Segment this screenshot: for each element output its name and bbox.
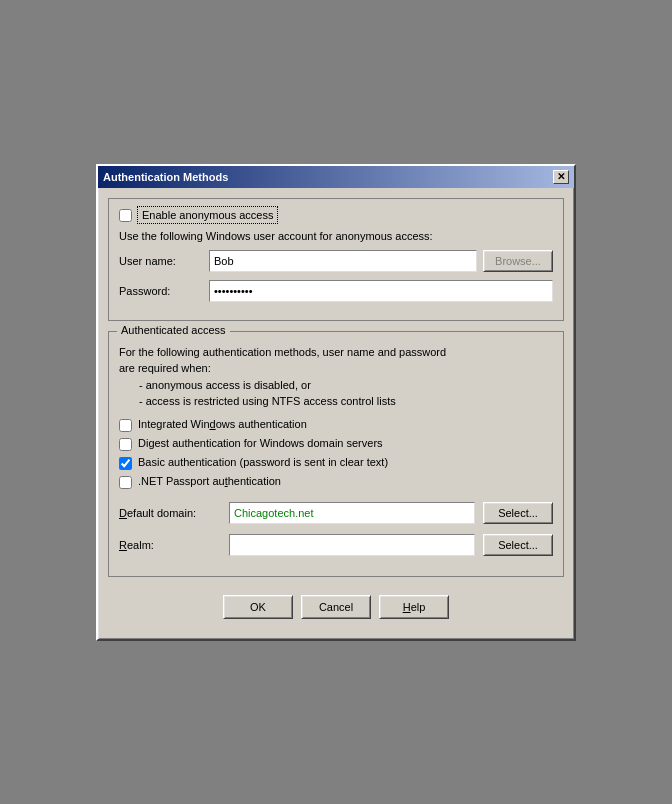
authenticated-access-section: Authenticated access For the following a…: [108, 331, 564, 577]
auth-description: For the following authentication methods…: [119, 344, 553, 410]
basic-auth-checkbox[interactable]: [119, 457, 132, 470]
enable-anonymous-checkbox[interactable]: [119, 209, 132, 222]
username-input[interactable]: [209, 250, 477, 272]
anon-label-bordered: Enable anonymous access: [137, 206, 278, 224]
realm-row: Realm: Select...: [119, 534, 553, 556]
select-realm-button[interactable]: Select...: [483, 534, 553, 556]
help-button[interactable]: Help: [379, 595, 449, 619]
default-domain-row: Default ddomain: Select...: [119, 502, 553, 524]
browse-button[interactable]: Browse...: [483, 250, 553, 272]
basic-auth-label: Basic authentication (password is sent i…: [138, 456, 388, 468]
close-button[interactable]: ✕: [553, 170, 569, 184]
integrated-windows-label: Integrated Windows authentication: [138, 418, 307, 430]
dialog-title: Authentication Methods: [103, 171, 228, 183]
dialog-buttons: OK Cancel Help: [108, 587, 564, 629]
password-label: Password:: [119, 285, 209, 297]
net-passport-checkbox[interactable]: [119, 476, 132, 489]
realm-input[interactable]: [229, 534, 475, 556]
ok-button[interactable]: OK: [223, 595, 293, 619]
username-row: User name: Browse...: [119, 250, 553, 272]
auth-legend: Authenticated access: [117, 324, 230, 336]
authentication-methods-dialog: Authentication Methods ✕ Enable anonymou…: [96, 164, 576, 641]
integrated-windows-checkbox[interactable]: [119, 419, 132, 432]
select-domain-button[interactable]: Select...: [483, 502, 553, 524]
digest-auth-checkbox[interactable]: [119, 438, 132, 451]
anonymous-access-section: Enable anonymous access Use the followin…: [108, 198, 564, 321]
realm-label: Realm:: [119, 539, 229, 551]
auth-checkbox-row-2: Basic authentication (password is sent i…: [119, 456, 553, 470]
default-domain-label: Default ddomain:: [119, 507, 229, 519]
password-row: Password:: [119, 280, 553, 302]
auth-checkboxes-group: Integrated Windows authentication Digest…: [119, 418, 553, 489]
auth-checkbox-row-0: Integrated Windows authentication: [119, 418, 553, 432]
net-passport-label: .NET Passport authentication: [138, 475, 281, 487]
digest-auth-label: Digest authentication for Windows domain…: [138, 437, 383, 449]
password-input[interactable]: [209, 280, 553, 302]
username-label: User name:: [119, 255, 209, 267]
title-bar: Authentication Methods ✕: [98, 166, 574, 188]
auth-checkbox-row-3: .NET Passport authentication: [119, 475, 553, 489]
enable-anonymous-label: Enable anonymous access: [137, 209, 278, 221]
domain-realm-section: Default ddomain: Select... Realm: Select…: [119, 494, 553, 556]
default-domain-input[interactable]: [229, 502, 475, 524]
cancel-button[interactable]: Cancel: [301, 595, 371, 619]
dialog-content: Enable anonymous access Use the followin…: [98, 188, 574, 639]
enable-anonymous-row: Enable anonymous access: [119, 209, 553, 222]
anonymous-description: Use the following Windows user account f…: [119, 230, 553, 242]
auth-checkbox-row-1: Digest authentication for Windows domain…: [119, 437, 553, 451]
